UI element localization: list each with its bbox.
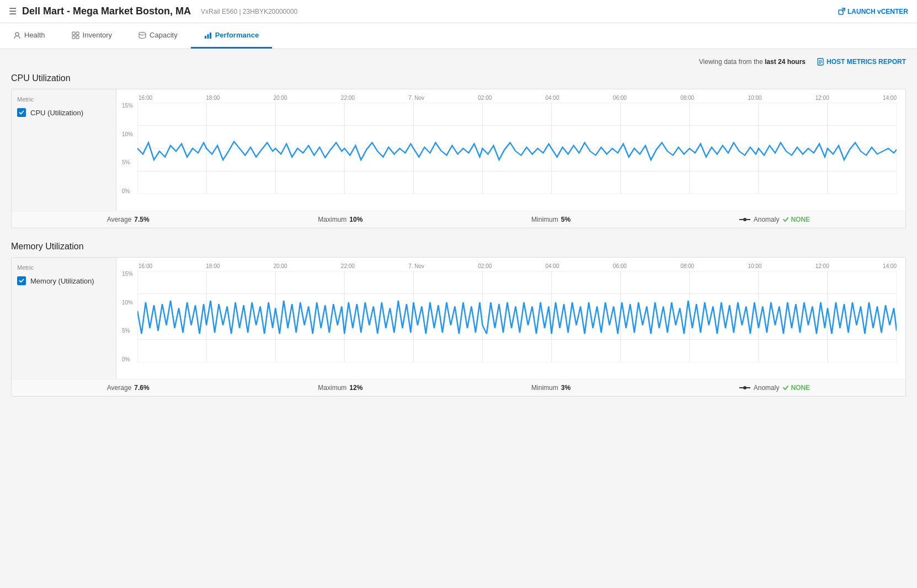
memory-anomaly-value: NONE: [782, 384, 810, 392]
tab-capacity[interactable]: Capacity: [125, 23, 191, 49]
memory-average-label: Average: [107, 384, 131, 392]
memory-svg-wrap: [137, 271, 897, 362]
cpu-metric-item: CPU (Utilization): [17, 108, 110, 117]
cpu-chart-body: Metric CPU (Utilization) 16:00: [12, 89, 905, 211]
tab-health-label: Health: [24, 31, 45, 39]
cpu-check-icon: [19, 110, 24, 115]
cpu-average-value: 7.5%: [134, 216, 149, 223]
svg-rect-7: [205, 36, 206, 39]
memory-y-labels: 15% 10% 5% 0%: [122, 271, 133, 362]
tab-health[interactable]: Health: [0, 23, 58, 49]
host-metrics-link[interactable]: HOST METRICS REPORT: [817, 58, 906, 66]
memory-checkbox[interactable]: [17, 276, 26, 285]
memory-maximum-group: Maximum 12%: [318, 384, 362, 392]
cpu-title: CPU Utilization: [11, 73, 906, 83]
memory-title: Memory Utilization: [11, 242, 906, 252]
memory-average-value: 7.6%: [134, 384, 149, 392]
svg-point-51: [743, 386, 747, 389]
memory-x-axis: 16:00 18:00 20:00 22:00 7. Nov 02:00 04:…: [122, 263, 897, 269]
cpu-average-group: Average 7.5%: [107, 216, 150, 223]
cpu-average-label: Average: [107, 216, 131, 223]
inventory-icon: [72, 31, 79, 39]
memory-anomaly-line-icon: [739, 385, 750, 391]
svg-point-6: [139, 32, 146, 35]
check-green-icon: [782, 216, 789, 223]
capacity-icon: [138, 31, 146, 39]
cpu-maximum-group: Maximum 10%: [318, 216, 362, 223]
report-icon: [817, 58, 824, 66]
cpu-maximum-label: Maximum: [318, 216, 346, 223]
cpu-metric-name: CPU (Utilization): [30, 109, 83, 117]
tab-performance[interactable]: Performance: [191, 23, 272, 49]
svg-rect-2: [72, 32, 75, 35]
memory-chart-body: Metric Memory (Utilization) 16:0: [12, 258, 905, 379]
cpu-y-labels: 15% 10% 5% 0%: [122, 103, 133, 194]
cpu-anomaly-value: NONE: [782, 216, 810, 223]
viewing-info-text: Viewing data from the: [699, 58, 763, 66]
tab-inventory[interactable]: Inventory: [58, 23, 125, 49]
cpu-chart-svg: [137, 103, 897, 194]
cpu-section: CPU Utilization Metric CPU (Utilization): [11, 73, 906, 228]
memory-anomaly-label: Anomaly: [754, 384, 780, 392]
tab-performance-label: Performance: [215, 31, 259, 39]
memory-metric-name: Memory (Utilization): [30, 277, 94, 285]
memory-minimum-label: Minimum: [531, 384, 558, 392]
memory-check-green-icon: [782, 384, 789, 391]
cpu-checkbox[interactable]: [17, 108, 26, 117]
memory-anomaly-group: Anomaly NONE: [739, 384, 810, 392]
memory-minimum-group: Minimum 3%: [531, 384, 571, 392]
tab-inventory-label: Inventory: [83, 31, 112, 39]
launch-vcenter-label: LAUNCH vCENTER: [847, 8, 908, 15]
menu-icon: ☰: [9, 6, 17, 17]
cpu-x-axis: 16:00 18:00 20:00 22:00 7. Nov 02:00 04:…: [122, 95, 897, 101]
svg-point-1: [15, 33, 19, 36]
memory-chart-svg: [137, 271, 897, 362]
svg-rect-5: [76, 36, 79, 39]
page-title: Dell Mart - Mega Market Boston, MA: [22, 6, 191, 17]
memory-chart-footer: Average 7.6% Maximum 12% Minimum 3% An: [12, 379, 905, 396]
svg-rect-4: [72, 36, 75, 39]
cpu-chart-container: Metric CPU (Utilization) 16:00: [11, 89, 906, 228]
tab-bar: Health Inventory Capacity Performance: [0, 23, 917, 49]
svg-point-32: [743, 218, 747, 221]
cpu-chart-footer: Average 7.5% Maximum 10% Minimum 5% An: [12, 211, 905, 228]
memory-metrics-panel: Metric Memory (Utilization): [12, 258, 116, 379]
cpu-anomaly-group: Anomaly NONE: [739, 216, 810, 223]
cpu-metrics-panel: Metric CPU (Utilization): [12, 89, 116, 211]
cpu-minimum-group: Minimum 5%: [531, 216, 571, 223]
health-icon: [13, 31, 21, 39]
memory-metric-header: Metric: [17, 264, 110, 271]
memory-maximum-label: Maximum: [318, 384, 346, 392]
cpu-metric-header: Metric: [17, 96, 110, 103]
memory-metric-item: Memory (Utilization): [17, 276, 110, 285]
svg-rect-9: [210, 33, 211, 39]
memory-minimum-value: 3%: [561, 384, 571, 392]
svg-rect-3: [76, 32, 79, 35]
memory-check-icon: [19, 278, 24, 284]
cpu-anomaly-label: Anomaly: [754, 216, 780, 223]
main-content: Viewing data from the last 24 hours HOST…: [0, 49, 917, 576]
launch-icon: [838, 8, 845, 15]
host-metrics-label: HOST METRICS REPORT: [827, 58, 906, 66]
memory-maximum-value: 12%: [349, 384, 362, 392]
launch-vcenter-link[interactable]: LAUNCH vCENTER: [838, 8, 908, 15]
page-header: ☰ Dell Mart - Mega Market Boston, MA VxR…: [0, 0, 917, 23]
memory-section: Memory Utilization Metric Memory (Utiliz…: [11, 242, 906, 397]
viewing-info: Viewing data from the last 24 hours: [699, 58, 806, 66]
memory-chart-container: Metric Memory (Utilization) 16:0: [11, 257, 906, 397]
viewing-bar: Viewing data from the last 24 hours HOST…: [11, 58, 906, 66]
cpu-minimum-label: Minimum: [531, 216, 558, 223]
performance-icon: [204, 31, 212, 39]
svg-rect-8: [207, 34, 209, 39]
header-subtitle: VxRail E560 | 23HBYK20000000: [201, 8, 297, 15]
cpu-maximum-value: 10%: [349, 216, 362, 223]
cpu-minimum-value: 5%: [561, 216, 571, 223]
cpu-graph-area: 16:00 18:00 20:00 22:00 7. Nov 02:00 04:…: [116, 89, 905, 211]
header-left: ☰ Dell Mart - Mega Market Boston, MA VxR…: [9, 6, 297, 17]
anomaly-line-icon: [739, 217, 750, 222]
memory-average-group: Average 7.6%: [107, 384, 150, 392]
memory-graph-area: 16:00 18:00 20:00 22:00 7. Nov 02:00 04:…: [116, 258, 905, 379]
tab-capacity-label: Capacity: [150, 31, 178, 39]
cpu-svg-wrap: [137, 103, 897, 194]
viewing-highlight: last 24 hours: [765, 58, 806, 66]
